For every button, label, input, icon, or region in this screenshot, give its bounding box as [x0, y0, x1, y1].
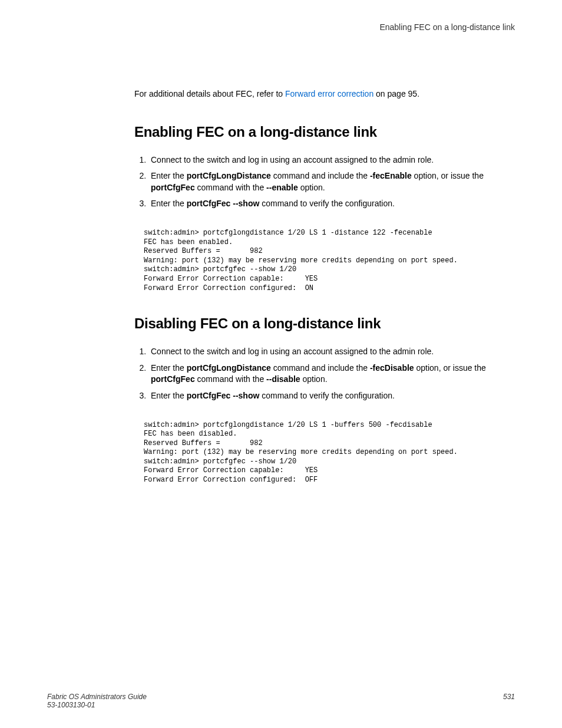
cmd-fecenable: -fecEnable: [370, 171, 412, 180]
text: command to verify the configuration.: [259, 391, 395, 400]
cmd-portcfglongdistance: portCfgLongDistance: [187, 171, 271, 180]
cmd-portcfgfec: portCfgFec: [151, 183, 195, 192]
enabling-step-2: Enter the portCfgLongDistance command an…: [148, 170, 503, 193]
cmd-fecdisable: -fecDisable: [370, 363, 414, 373]
footer-doc-number: 53-1003130-01: [47, 701, 147, 709]
disabling-heading: Disabling FEC on a long-distance link: [134, 315, 515, 332]
intro-suffix: on page 95.: [373, 89, 419, 98]
disabling-steps: Connect to the switch and log in using a…: [148, 346, 503, 401]
text: Enter the: [151, 363, 187, 373]
disabling-step-3: Enter the portCfgFec --show command to v…: [148, 390, 503, 402]
text: command and include the: [271, 171, 370, 180]
text: command with the: [195, 374, 266, 384]
intro-prefix: For additional details about FEC, refer …: [134, 89, 285, 98]
text: option, or issue the: [412, 171, 484, 180]
cmd-enable-option: --enable: [266, 183, 298, 192]
cmd-portcfglongdistance: portCfgLongDistance: [187, 363, 271, 373]
footer-doc-title: Fabric OS Administrators Guide: [47, 693, 147, 701]
intro-paragraph: For additional details about FEC, refer …: [134, 88, 515, 100]
enabling-step-1: Connect to the switch and log in using a…: [148, 154, 503, 166]
disabling-step-2: Enter the portCfgLongDistance command an…: [148, 363, 503, 386]
forward-error-correction-link[interactable]: Forward error correction: [285, 89, 373, 98]
text: option.: [298, 183, 325, 192]
text: command and include the: [271, 363, 370, 373]
text: Enter the: [151, 171, 187, 180]
enabling-steps: Connect to the switch and log in using a…: [148, 154, 503, 210]
cmd-portcfgfec: portCfgFec: [151, 374, 195, 384]
cmd-portcfgfec-show: portCfgFec --show: [187, 199, 260, 208]
text: command to verify the configuration.: [259, 199, 395, 208]
text: Enter the: [151, 199, 187, 208]
page-header-section: Enabling FEC on a long-distance link: [47, 22, 515, 32]
enabling-heading: Enabling FEC on a long-distance link: [134, 124, 515, 140]
disabling-step-1: Connect to the switch and log in using a…: [148, 346, 503, 358]
cmd-disable-option: --disable: [266, 374, 300, 384]
enabling-code-block: switch:admin> portcfglongdistance 1/20 L…: [144, 224, 503, 293]
text: command with the: [195, 183, 266, 192]
text: option.: [300, 374, 328, 384]
disabling-code-block: switch:admin> portcfglongdistance 1/20 L…: [144, 416, 503, 485]
text: option, or issue the: [414, 363, 486, 373]
page-footer: Fabric OS Administrators Guide 53-100313…: [47, 693, 515, 709]
footer-left: Fabric OS Administrators Guide 53-100313…: [47, 693, 147, 709]
text: Enter the: [151, 391, 187, 400]
footer-page-number: 531: [503, 693, 515, 709]
cmd-portcfgfec-show: portCfgFec --show: [187, 391, 260, 400]
enabling-step-3: Enter the portCfgFec --show command to v…: [148, 198, 503, 210]
